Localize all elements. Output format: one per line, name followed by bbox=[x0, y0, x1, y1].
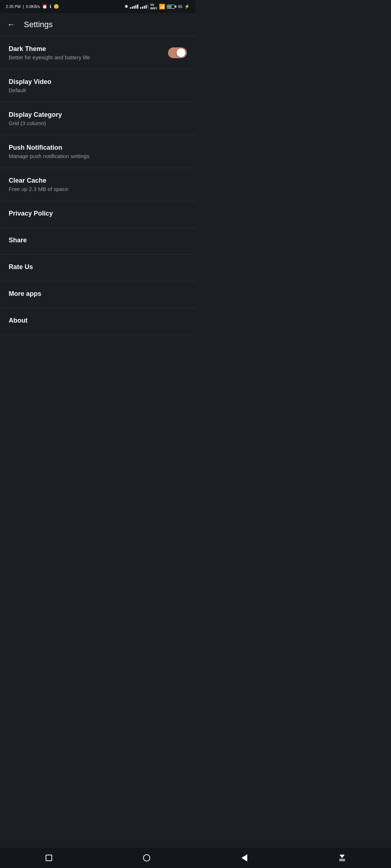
settings-list: Dark Theme Better for eyesight and batte… bbox=[0, 37, 196, 335]
dark-theme-toggle[interactable] bbox=[168, 47, 187, 58]
alarm-icon: ⏰ bbox=[42, 4, 47, 9]
display-video-title: Display Video bbox=[9, 78, 187, 86]
share-content: Share bbox=[9, 237, 187, 246]
clear-cache-subtitle: Free up 2.3 MB of space bbox=[9, 186, 187, 192]
battery-icon bbox=[167, 5, 176, 9]
settings-item-about[interactable]: About bbox=[0, 308, 196, 335]
more-apps-content: More apps bbox=[9, 290, 187, 299]
clear-cache-content: Clear Cache Free up 2.3 MB of space bbox=[9, 177, 187, 192]
push-notification-title: Push Notification bbox=[9, 144, 187, 152]
settings-item-privacy-policy[interactable]: Privacy Policy bbox=[0, 201, 196, 227]
dark-theme-toggle-container[interactable] bbox=[168, 47, 187, 58]
battery-percent: 65 bbox=[178, 4, 182, 9]
time: 2:35 PM bbox=[6, 4, 21, 9]
push-notification-content: Push Notification Manage push notificati… bbox=[9, 144, 187, 159]
rate-us-title: Rate Us bbox=[9, 263, 187, 271]
privacy-policy-title: Privacy Policy bbox=[9, 210, 187, 217]
status-bar: 2:35 PM | 0.0KB/s ⏰ ℹ 🙂 ✱ VoWiFi 📶 bbox=[0, 0, 196, 13]
settings-item-rate-us[interactable]: Rate Us bbox=[0, 255, 196, 281]
vowifi-icon: VoWiFi bbox=[150, 3, 157, 10]
status-left: 2:35 PM | 0.0KB/s ⏰ ℹ 🙂 bbox=[6, 4, 59, 9]
toggle-thumb bbox=[177, 48, 185, 57]
privacy-policy-content: Privacy Policy bbox=[9, 210, 187, 219]
app-bar: ← Settings bbox=[0, 13, 196, 36]
wifi-icon: 📶 bbox=[159, 4, 165, 9]
dark-theme-title: Dark Theme bbox=[9, 45, 168, 53]
clear-cache-title: Clear Cache bbox=[9, 177, 187, 184]
rate-us-content: Rate Us bbox=[9, 263, 187, 272]
signal-bars-2 bbox=[140, 4, 148, 9]
info-icon: ℹ bbox=[50, 4, 51, 9]
charging-icon: ⚡ bbox=[184, 4, 190, 9]
display-video-content: Display Video Default bbox=[9, 78, 187, 93]
dark-theme-content: Dark Theme Better for eyesight and batte… bbox=[9, 45, 168, 60]
display-category-subtitle: Grid (3 column) bbox=[9, 120, 187, 126]
separator: | bbox=[23, 4, 24, 9]
settings-item-display-category[interactable]: Display Category Grid (3 column) bbox=[0, 102, 196, 135]
back-button[interactable]: ← bbox=[7, 20, 15, 29]
network-speed: 0.0KB/s bbox=[26, 4, 40, 9]
face-icon: 🙂 bbox=[54, 4, 59, 9]
more-apps-title: More apps bbox=[9, 290, 187, 298]
dark-theme-subtitle: Better for eyesight and battery life bbox=[9, 54, 168, 60]
about-title: About bbox=[9, 317, 187, 324]
display-category-content: Display Category Grid (3 column) bbox=[9, 111, 187, 126]
settings-item-clear-cache[interactable]: Clear Cache Free up 2.3 MB of space bbox=[0, 168, 196, 201]
page-title: Settings bbox=[24, 20, 53, 29]
display-video-subtitle: Default bbox=[9, 87, 187, 93]
settings-item-share[interactable]: Share bbox=[0, 228, 196, 254]
status-right: ✱ VoWiFi 📶 65 ⚡ bbox=[125, 3, 190, 10]
signal-bars-1 bbox=[130, 4, 138, 9]
display-category-title: Display Category bbox=[9, 111, 187, 119]
settings-item-more-apps[interactable]: More apps bbox=[0, 281, 196, 308]
settings-item-display-video[interactable]: Display Video Default bbox=[0, 69, 196, 102]
share-title: Share bbox=[9, 237, 187, 244]
settings-item-push-notification[interactable]: Push Notification Manage push notificati… bbox=[0, 135, 196, 168]
push-notification-subtitle: Manage push notification settings bbox=[9, 153, 187, 159]
settings-item-dark-theme[interactable]: Dark Theme Better for eyesight and batte… bbox=[0, 37, 196, 69]
bluetooth-icon: ✱ bbox=[125, 4, 128, 9]
about-content: About bbox=[9, 317, 187, 326]
